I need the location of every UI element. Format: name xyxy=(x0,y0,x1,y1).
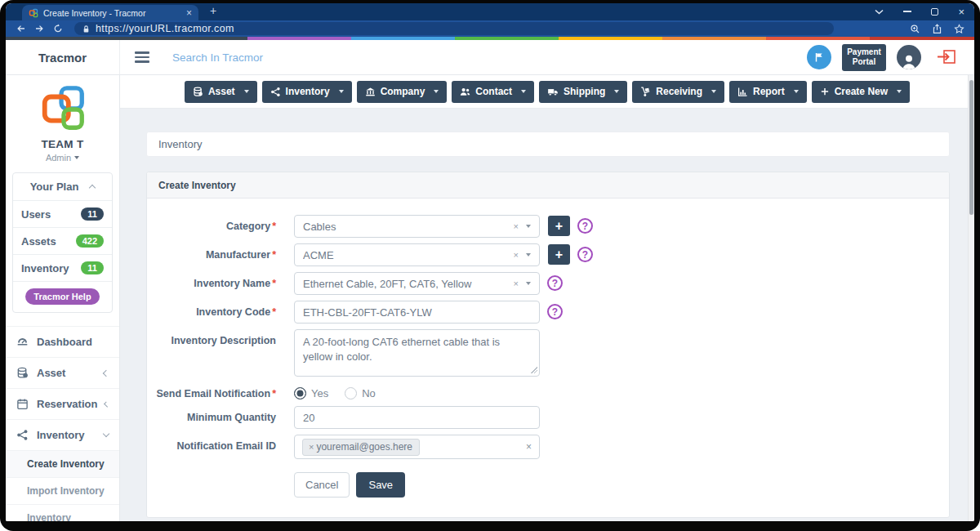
share-nodes-icon xyxy=(16,429,29,441)
nav-button-label: Inventory xyxy=(286,86,330,97)
logout-icon[interactable] xyxy=(937,47,958,67)
browser-tab[interactable]: Create Inventory - Tracmor × xyxy=(22,5,198,20)
caret-down-icon xyxy=(339,90,344,93)
bookmark-star-icon[interactable] xyxy=(954,24,964,34)
main-content: Asset Inventory Company Contact xyxy=(120,75,974,521)
caret-down-icon xyxy=(526,225,531,228)
manufacturer-value: ACME xyxy=(303,249,509,261)
caret-down-icon xyxy=(794,90,799,93)
sidebar-subitem-import-inventory[interactable]: Import Inventory xyxy=(6,477,119,504)
tracmor-logo xyxy=(6,75,119,134)
add-category-button[interactable]: + xyxy=(548,216,570,236)
user-avatar[interactable] xyxy=(897,45,921,69)
role-dropdown[interactable]: Admin xyxy=(6,153,119,163)
sidebar-subitem-create-inventory[interactable]: Create Inventory xyxy=(6,450,119,477)
description-label: Inventory Description xyxy=(172,335,277,346)
calendar-icon xyxy=(16,398,29,410)
inventory-code-help-icon[interactable]: ? xyxy=(547,304,563,319)
nav-button-asset[interactable]: Asset xyxy=(185,81,257,103)
nav-button-contact[interactable]: Contact xyxy=(452,81,534,103)
caret-down-icon xyxy=(244,90,249,93)
tag-remove-icon[interactable]: × xyxy=(309,442,314,452)
form-row-description: Inventory Description A 20-foot-long CAT… xyxy=(147,329,949,377)
nav-button-inventory[interactable]: Inventory xyxy=(262,81,352,103)
inventory-name-help-icon[interactable]: ? xyxy=(547,275,563,291)
clear-selection-icon[interactable]: × xyxy=(514,221,519,231)
sidebar-item-asset[interactable]: Asset xyxy=(6,357,119,388)
tracmor-help-button[interactable]: Tracmor Help xyxy=(25,288,99,305)
tab-close-icon[interactable]: × xyxy=(186,8,192,18)
users-count-badge: 11 xyxy=(81,207,104,221)
plan-box: Your Plan Users 11 Assets 422 Inventory … xyxy=(12,172,113,313)
window-minimize-button[interactable] xyxy=(903,11,911,12)
plan-row-label: Inventory xyxy=(21,262,69,274)
nav-button-company[interactable]: Company xyxy=(357,81,448,103)
address-bar[interactable]: https://yourURL.tracmor.com xyxy=(74,22,834,35)
inventory-code-input[interactable] xyxy=(294,301,540,324)
back-icon[interactable] xyxy=(16,24,26,33)
inventory-name-select[interactable]: Ethernet Cable, 20FT, CAT6, Yellow × xyxy=(294,272,540,295)
clear-all-icon[interactable]: × xyxy=(526,441,532,453)
sidebar: TEAM T Admin Your Plan Users 11 Assets 4… xyxy=(6,75,120,521)
radio-no[interactable] xyxy=(345,387,357,399)
caret-down-icon xyxy=(711,90,716,93)
reload-icon[interactable] xyxy=(53,24,63,33)
category-label: Category xyxy=(226,221,270,232)
plan-header[interactable]: Your Plan xyxy=(13,173,112,200)
clear-selection-icon[interactable]: × xyxy=(514,250,519,260)
description-textarea[interactable]: A 20-foot-long CAT6 ethernet cable that … xyxy=(294,329,540,377)
nav-button-create-new[interactable]: Create New xyxy=(812,81,910,103)
nav-button-receiving[interactable]: Receiving xyxy=(632,81,724,103)
tab-search-chevron-icon[interactable] xyxy=(875,9,884,15)
zoom-icon[interactable] xyxy=(910,24,920,34)
brand-title[interactable]: Tracmor xyxy=(6,40,120,74)
caret-down-icon xyxy=(521,90,526,93)
category-help-icon[interactable]: ? xyxy=(577,218,593,234)
manufacturer-help-icon[interactable]: ? xyxy=(577,247,593,262)
notification-email-input[interactable]: × youremail@goes.here × xyxy=(294,435,540,459)
window-close-button[interactable]: × xyxy=(958,7,964,17)
share-icon[interactable] xyxy=(932,24,942,34)
sidebar-item-reservation[interactable]: Reservation xyxy=(6,388,119,419)
clear-selection-icon[interactable]: × xyxy=(514,279,519,288)
form-row-category: Category* Cables × + ? xyxy=(147,215,949,238)
payment-portal-button[interactable]: Payment Portal xyxy=(842,44,886,71)
manufacturer-select[interactable]: ACME × xyxy=(294,243,540,266)
app-header: Tracmor Payment Portal xyxy=(6,40,974,75)
min-quantity-input[interactable] xyxy=(294,406,540,429)
sidebar-item-inventory[interactable]: Inventory xyxy=(6,419,119,450)
page-scrollbar[interactable] xyxy=(968,75,974,521)
chevron-up-icon xyxy=(89,185,96,191)
category-select[interactable]: Cables × xyxy=(294,215,540,238)
inventory-code-label: Inventory Code xyxy=(196,306,270,318)
create-inventory-panel: Create Inventory Category* Cables × + ? xyxy=(146,172,950,518)
sidebar-subitem-inventory[interactable]: Inventory xyxy=(6,504,119,521)
save-button[interactable]: Save xyxy=(356,472,405,498)
cancel-button[interactable]: Cancel xyxy=(294,472,350,498)
nav-button-label: Shipping xyxy=(564,86,605,97)
add-manufacturer-button[interactable]: + xyxy=(548,244,570,265)
search-input[interactable] xyxy=(172,51,807,64)
sidebar-item-dashboard[interactable]: Dashboard xyxy=(6,326,119,357)
hamburger-menu-icon[interactable] xyxy=(135,51,149,63)
panel-title: Create Inventory xyxy=(147,172,949,199)
share-nodes-icon xyxy=(270,87,281,97)
chevron-down-icon xyxy=(103,431,109,437)
new-tab-button[interactable]: + xyxy=(210,3,216,20)
module-nav-bar: Asset Inventory Company Contact xyxy=(120,75,974,109)
feedback-flag-button[interactable] xyxy=(807,45,831,69)
scrollbar-thumb[interactable] xyxy=(969,80,973,215)
nav-button-shipping[interactable]: Shipping xyxy=(539,81,627,103)
plan-row-label: Users xyxy=(21,208,51,221)
radio-yes[interactable] xyxy=(294,387,306,399)
truck-icon xyxy=(547,87,559,97)
nav-button-report[interactable]: Report xyxy=(729,81,807,103)
notification-email-label: Notification Email ID xyxy=(176,440,276,452)
bar-chart-icon xyxy=(737,87,748,97)
role-label: Admin xyxy=(46,153,71,163)
email-tag: × youremail@goes.here xyxy=(302,439,420,456)
forward-icon[interactable] xyxy=(34,24,45,33)
required-marker: * xyxy=(272,388,276,399)
window-maximize-button[interactable] xyxy=(931,8,938,16)
window-frame: Create Inventory - Tracmor × + × http xyxy=(0,0,980,531)
